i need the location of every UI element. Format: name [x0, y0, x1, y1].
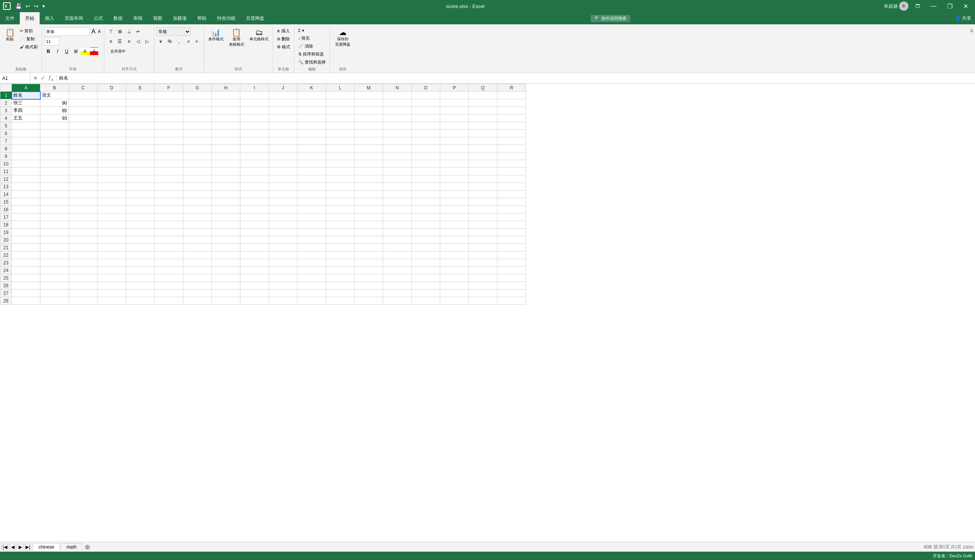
cell-P27[interactable] [440, 290, 469, 297]
cell-G14[interactable] [183, 191, 212, 198]
cell-H9[interactable] [212, 153, 240, 160]
cell-G26[interactable] [183, 282, 212, 290]
cell-Q18[interactable] [469, 221, 497, 228]
cell-R25[interactable] [497, 274, 526, 282]
cell-O21[interactable] [412, 244, 440, 252]
cell-M21[interactable] [355, 244, 383, 252]
cell-P2[interactable] [440, 99, 469, 107]
cell-I26[interactable] [240, 282, 269, 290]
cell-I2[interactable] [240, 99, 269, 107]
cell-O7[interactable] [412, 137, 440, 145]
cell-R20[interactable] [497, 236, 526, 244]
cell-O13[interactable] [412, 183, 440, 191]
cell-C10[interactable] [69, 160, 97, 168]
underline-btn[interactable]: U [62, 47, 71, 55]
cell-N18[interactable] [383, 221, 412, 228]
cell-F21[interactable] [155, 244, 183, 252]
cell-N3[interactable] [383, 107, 412, 115]
cell-F20[interactable] [155, 236, 183, 244]
cell-D4[interactable] [97, 115, 126, 122]
cell-B2[interactable]: 90 [40, 99, 69, 107]
cell-G23[interactable] [183, 259, 212, 267]
cell-K19[interactable] [298, 228, 326, 236]
cell-L26[interactable] [326, 282, 355, 290]
cell-A24[interactable] [12, 267, 40, 274]
cell-D6[interactable] [97, 130, 126, 137]
cell-I10[interactable] [240, 160, 269, 168]
cell-K11[interactable] [298, 168, 326, 175]
maximize-btn[interactable]: ❐ [943, 0, 957, 12]
cell-N6[interactable] [383, 130, 412, 137]
minimize-btn[interactable]: — [927, 0, 940, 12]
cell-R16[interactable] [497, 206, 526, 213]
cell-C8[interactable] [69, 145, 97, 153]
cell-P4[interactable] [440, 115, 469, 122]
cell-A3[interactable]: 李四 [12, 107, 40, 115]
row-header-3[interactable]: 3 [0, 107, 12, 115]
cell-M3[interactable] [355, 107, 383, 115]
comma-btn[interactable]: , [175, 37, 183, 46]
cell-G27[interactable] [183, 290, 212, 297]
cell-B4[interactable]: 93 [40, 115, 69, 122]
cell-P8[interactable] [440, 145, 469, 153]
undo-btn[interactable]: ↩ [24, 2, 32, 10]
cell-N7[interactable] [383, 137, 412, 145]
ribbon-collapse-btn[interactable]: 🗖 [911, 0, 923, 12]
row-header-12[interactable]: 12 [0, 175, 12, 183]
cell-P20[interactable] [440, 236, 469, 244]
cell-H7[interactable] [212, 137, 240, 145]
cell-C7[interactable] [69, 137, 97, 145]
col-header-A[interactable]: A [12, 84, 40, 92]
cut-btn[interactable]: ✂ 剪切 [18, 27, 39, 35]
share-btn[interactable]: 👤 共享 [952, 12, 975, 24]
cell-B20[interactable] [40, 236, 69, 244]
cell-E15[interactable] [126, 198, 155, 206]
cell-D22[interactable] [97, 252, 126, 259]
fill-btn[interactable]: ↓ 填充 [297, 35, 311, 42]
cell-J9[interactable] [269, 153, 298, 160]
cell-C4[interactable] [69, 115, 97, 122]
row-header-18[interactable]: 18 [0, 221, 12, 228]
tab-home[interactable]: 开始 [20, 12, 40, 24]
number-format-select[interactable]: 常规 [157, 27, 191, 36]
cell-C3[interactable] [69, 107, 97, 115]
col-header-C[interactable]: C [69, 84, 97, 92]
cell-M23[interactable] [355, 259, 383, 267]
cell-K4[interactable] [298, 115, 326, 122]
cell-A7[interactable] [12, 137, 40, 145]
cell-D23[interactable] [97, 259, 126, 267]
cell-H25[interactable] [212, 274, 240, 282]
cell-G28[interactable] [183, 297, 212, 305]
cell-L27[interactable] [326, 290, 355, 297]
row-header-20[interactable]: 20 [0, 236, 12, 244]
cell-O5[interactable] [412, 122, 440, 130]
percent-btn[interactable]: % [166, 37, 174, 46]
cell-F22[interactable] [155, 252, 183, 259]
cell-A17[interactable] [12, 213, 40, 221]
cell-K28[interactable] [298, 297, 326, 305]
cell-F15[interactable] [155, 198, 183, 206]
cell-E14[interactable] [126, 191, 155, 198]
user-avatar[interactable]: 朱 [899, 2, 908, 11]
cell-N16[interactable] [383, 206, 412, 213]
cell-P28[interactable] [440, 297, 469, 305]
cell-A2[interactable]: 张三 [12, 99, 40, 107]
cell-P23[interactable] [440, 259, 469, 267]
cell-P7[interactable] [440, 137, 469, 145]
cell-Q1[interactable] [469, 92, 497, 99]
cell-M17[interactable] [355, 213, 383, 221]
cell-O12[interactable] [412, 175, 440, 183]
cell-H27[interactable] [212, 290, 240, 297]
cell-R13[interactable] [497, 183, 526, 191]
col-header-B[interactable]: B [40, 84, 69, 92]
cell-I23[interactable] [240, 259, 269, 267]
row-header-22[interactable]: 22 [0, 252, 12, 259]
cell-C24[interactable] [69, 267, 97, 274]
cell-E25[interactable] [126, 274, 155, 282]
cell-D3[interactable] [97, 107, 126, 115]
cell-L28[interactable] [326, 297, 355, 305]
cell-Q25[interactable] [469, 274, 497, 282]
cell-G1[interactable] [183, 92, 212, 99]
cell-P22[interactable] [440, 252, 469, 259]
cell-J28[interactable] [269, 297, 298, 305]
